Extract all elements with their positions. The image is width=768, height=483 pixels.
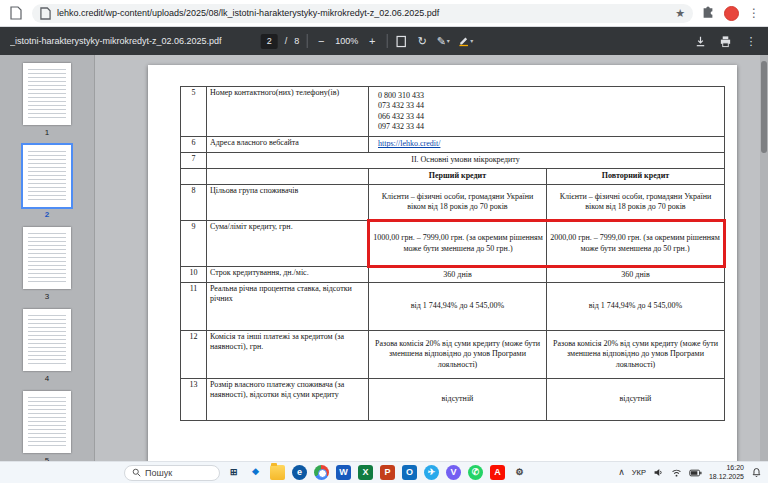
scrollbar-thumb[interactable]	[761, 61, 767, 153]
row11-label: Реальна річна процентна ставка, відсотки…	[207, 283, 369, 331]
annotate-pencil-icon[interactable]: ✎ ▾	[436, 31, 450, 51]
row5-number: 5	[181, 87, 207, 137]
taskbar-app-task-view-icon[interactable]: ⊞	[226, 465, 241, 480]
telegram-glyph: ✈	[428, 468, 436, 477]
taskbar-app-widgets-icon[interactable]: ❖	[248, 465, 263, 480]
browser-menu-icon[interactable]: ⋮	[748, 7, 760, 19]
bookmark-star-icon[interactable]: ★	[675, 8, 685, 19]
thumbnail-page-number: 3	[16, 292, 78, 301]
row12-col2: Разова комісія 20% від суми кредиту (мож…	[547, 331, 725, 379]
pdf-thumbnail-page-1[interactable]: 1	[16, 63, 78, 137]
zoom-in-button[interactable]: +	[365, 31, 379, 51]
volume-icon[interactable]	[653, 467, 664, 478]
thumbnail-sidebar: 12345	[0, 55, 95, 461]
pencil-glyph: ✎	[437, 36, 446, 47]
table-row-6: 6 Адреса власного вебсайта https://lehko…	[181, 137, 725, 153]
row11-col2: від 1 744,94% до 4 545,00%	[547, 283, 725, 331]
taskbar-app-excel-icon[interactable]: X	[358, 465, 373, 480]
site-info-icon[interactable]	[40, 7, 51, 20]
taskbar-app-settings-icon[interactable]: ⚙	[512, 465, 527, 480]
viewer-scrollbar[interactable]	[760, 55, 768, 461]
highlight-tool-icon[interactable]: ▾	[457, 31, 473, 51]
profile-avatar[interactable]	[724, 6, 739, 21]
fit-page-icon[interactable]	[394, 31, 408, 51]
fit-page-glyph	[396, 35, 407, 48]
row9-col2: 2000,00 грн. – 7999,00 грн. (за окремим …	[547, 221, 725, 267]
row9-number: 9	[181, 221, 207, 267]
tray-chevron-icon[interactable]: ∧	[618, 468, 625, 477]
table-row-8: 8 Цільова група споживачів Клієнти – фіз…	[181, 185, 725, 221]
taskbar-app-powerpoint-icon[interactable]: P	[380, 465, 395, 480]
rotate-icon[interactable]: ↻	[415, 31, 429, 51]
thumbnail-preview[interactable]	[23, 309, 71, 371]
pdf-toolbar: _istotni-harakterystyky-mikrokredyt-z_02…	[0, 27, 768, 55]
row10-col2: 360 днів	[547, 267, 725, 283]
table-row-13: 13 Розмір власного платежу споживача (за…	[181, 379, 725, 421]
taskbar-app-chrome-icon[interactable]	[314, 465, 329, 480]
highlighter-glyph	[457, 35, 469, 47]
edge-glyph: e	[297, 468, 302, 477]
thumbnail-preview[interactable]	[23, 63, 71, 125]
taskbar-app-viber-icon[interactable]: V	[446, 465, 461, 480]
battery-icon[interactable]	[689, 468, 702, 478]
print-icon[interactable]	[719, 35, 732, 48]
taskbar-app-explorer-icon[interactable]	[270, 465, 285, 480]
row8-col1: Клієнти – фізичні особи, громадяни Украї…	[369, 185, 547, 221]
thumbnail-page-number: 5	[16, 456, 78, 461]
download-icon[interactable]	[694, 35, 707, 48]
extensions-puzzle-icon[interactable]	[701, 6, 715, 20]
viber-glyph: V	[450, 468, 456, 477]
row11-col1: від 1 744,94% до 4 545,00%	[369, 283, 547, 331]
tray-date: 18.12.2025	[709, 473, 744, 482]
search-label: Пошук	[145, 468, 172, 478]
system-tray: ∧ УКР 16:20 18.12.2025	[618, 464, 762, 482]
pdf-thumbnail-page-3[interactable]: 3	[16, 227, 78, 301]
taskbar-app-telegram-icon[interactable]: ✈	[424, 465, 439, 480]
phone-line-1: 0 800 310 433	[378, 91, 721, 101]
taskbar-app-edge-icon[interactable]: e	[292, 465, 307, 480]
settings-glyph: ⚙	[515, 468, 523, 477]
taskbar-app-outlook-icon[interactable]: O	[402, 465, 417, 480]
row13-number: 13	[181, 379, 207, 421]
table-row-12: 12 Комісія та інші платежі за кредитом (…	[181, 331, 725, 379]
taskbar-app-whatsapp-icon[interactable]: ✆	[468, 465, 483, 480]
wifi-icon[interactable]	[671, 467, 682, 478]
website-link[interactable]: https://lehko.credit/	[378, 139, 440, 148]
widgets-glyph: ❖	[251, 468, 259, 477]
taskbar-search[interactable]: Пошук	[124, 465, 220, 481]
url-text[interactable]: lehko.credit/wp-content/uploads/2025/08/…	[57, 8, 669, 18]
thumbnail-preview[interactable]	[23, 227, 71, 289]
phone-line-2: 073 432 33 44	[378, 101, 721, 111]
more-options-icon[interactable]: ⋮	[744, 31, 758, 51]
page-separator: /	[285, 36, 288, 46]
pdf-thumbnail-page-4[interactable]: 4	[16, 309, 78, 383]
row9-col1: 1000,00 грн. – 7999,00 грн. (за окремим …	[369, 221, 547, 267]
notifications-icon[interactable]	[751, 467, 762, 478]
section-title: ІІ. Основні умови мікрокредиту	[207, 153, 725, 169]
pdf-toolbar-right: ⋮	[694, 31, 758, 51]
table-row-11: 11 Реальна річна процентна ставка, відсо…	[181, 283, 725, 331]
row13-col2: відсутній	[547, 379, 725, 421]
table-row-10: 10 Строк кредитування, дн./міс. 360 днів…	[181, 267, 725, 283]
thumbnail-list: 12345	[0, 63, 94, 461]
thumbnail-preview[interactable]	[23, 145, 71, 207]
thumbnail-preview[interactable]	[23, 391, 71, 453]
taskbar-clock[interactable]: 16:20 18.12.2025	[709, 464, 744, 482]
page-total: 8	[294, 36, 299, 46]
row13-label: Розмір власного платежу споживача (за на…	[207, 379, 369, 421]
page-number-input[interactable]: 2	[261, 34, 278, 49]
pdf-thumbnail-page-5[interactable]: 5	[16, 391, 78, 461]
taskbar-app-word-icon[interactable]: W	[336, 465, 351, 480]
phone-line-3: 066 432 33 44	[378, 112, 721, 122]
pdf-thumbnail-page-2[interactable]: 2	[16, 145, 78, 219]
url-bar[interactable]: lehko.credit/wp-content/uploads/2025/08/…	[32, 4, 693, 23]
row6-label: Адреса власного вебсайта	[207, 137, 369, 153]
zoom-out-button[interactable]: −	[314, 31, 328, 51]
browser-actions: ⋮	[701, 6, 760, 21]
taskbar-app-acrobat-icon[interactable]: A	[490, 465, 505, 480]
highlight-caret-icon: ▾	[470, 38, 473, 44]
language-indicator[interactable]: УКР	[632, 468, 646, 477]
outlook-glyph: O	[406, 468, 413, 477]
whatsapp-glyph: ✆	[472, 468, 480, 477]
table-row-7: 7 ІІ. Основні умови мікрокредиту	[181, 153, 725, 169]
